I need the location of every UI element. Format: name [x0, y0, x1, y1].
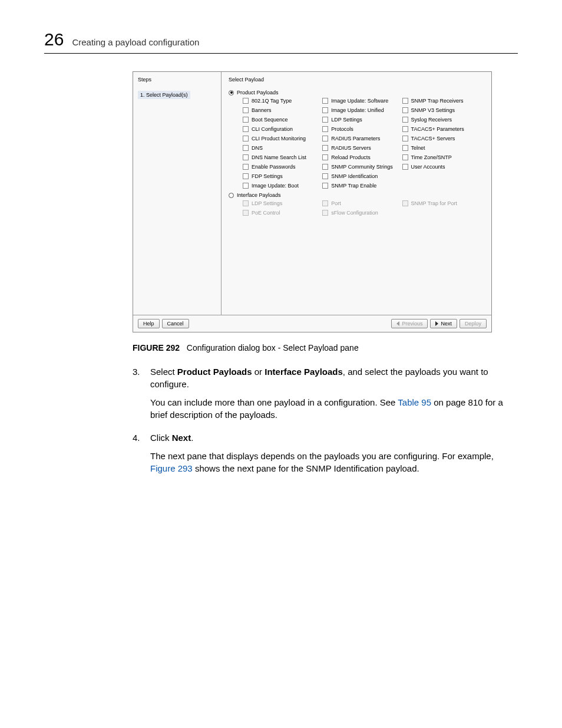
payload-checkbox[interactable]: Telnet [402, 145, 482, 151]
deploy-button[interactable]: Deploy [459, 319, 487, 328]
step-number: 3. [133, 365, 141, 390]
step-4-note: The next pane that displays depends on t… [150, 450, 518, 475]
payload-checkbox: Port [322, 200, 402, 206]
checkbox-label: LDP Settings [331, 117, 362, 123]
payload-checkbox[interactable]: DNS Name Search List [243, 154, 322, 160]
step-text: Click Next. [150, 431, 193, 444]
product-payloads-radio[interactable]: Product Payloads [229, 90, 484, 95]
payload-checkbox[interactable]: FDP Settings [243, 173, 322, 179]
checkbox-label: Reload Products [331, 154, 371, 160]
payload-checkbox[interactable]: LDP Settings [322, 117, 402, 123]
checkbox-label: Image Update: Software [331, 98, 388, 104]
checkbox-icon [322, 136, 328, 141]
payload-checkbox[interactable]: RADIUS Servers [322, 145, 402, 151]
checkbox-icon [322, 200, 328, 206]
payload-checkbox[interactable]: CLI Configuration [243, 126, 322, 132]
checkbox-icon [322, 145, 328, 151]
payload-checkbox[interactable]: Time Zone/SNTP [402, 154, 482, 160]
steps-pane: Steps 1. Select Payload(s) [133, 72, 222, 315]
table-95-link[interactable]: Table 95 [398, 397, 431, 407]
checkbox-icon [243, 98, 249, 104]
checkbox-label: TACACS+ Parameters [411, 126, 464, 132]
payload-checkbox[interactable]: Image Update: Software [322, 98, 402, 104]
cancel-button[interactable]: Cancel [162, 319, 189, 328]
payload-checkbox[interactable]: Image Update: Boot [243, 183, 322, 189]
interface-payloads-list: LDP SettingsPoE Control PortsFlow Config… [229, 200, 484, 216]
checkbox-label: Image Update: Unified [331, 107, 384, 113]
checkbox-label: Port [331, 200, 341, 206]
configuration-dialog: Steps 1. Select Payload(s) Select Payloa… [133, 71, 492, 332]
body-text: 3. Select Product Payloads or Interface … [133, 365, 518, 475]
checkbox-icon [243, 145, 249, 151]
checkbox-label: SNMP Community Strings [331, 164, 392, 170]
payload-checkbox[interactable]: SNMP V3 Settings [402, 107, 482, 113]
payload-checkbox[interactable]: SNMP Trap Enable [322, 183, 402, 189]
interface-payloads-radio[interactable]: Interface Payloads [229, 192, 484, 198]
checkbox-icon [243, 173, 249, 179]
checkbox-label: SNMP Identification [331, 173, 378, 179]
payload-checkbox[interactable]: CLI Product Monitoring [243, 136, 322, 141]
checkbox-label: RADIUS Parameters [331, 136, 380, 141]
payload-checkbox: SNMP Trap for Port [402, 200, 482, 206]
checkbox-label: Protocols [331, 126, 353, 132]
step-number: 4. [133, 431, 141, 444]
page-title: Creating a payload configuration [72, 37, 199, 47]
page-number: 26 [44, 29, 64, 50]
checkbox-icon [322, 117, 328, 123]
checkbox-icon [243, 136, 249, 141]
checkbox-icon [243, 126, 249, 132]
step-text: Select Product Payloads or Interface Pay… [150, 365, 518, 390]
arrow-right-icon [435, 321, 438, 326]
checkbox-label: SNMP Trap Enable [331, 183, 376, 189]
product-payloads-list: 802.1Q Tag TypeBannersBoot SequenceCLI C… [229, 98, 484, 189]
checkbox-label: CLI Product Monitoring [252, 136, 306, 141]
previous-button[interactable]: Previous [391, 319, 428, 328]
checkbox-label: User Accounts [411, 164, 445, 170]
pane-title: Select Payload [229, 77, 484, 83]
payload-checkbox[interactable]: Boot Sequence [243, 117, 322, 123]
payload-checkbox[interactable]: Protocols [322, 126, 402, 132]
figure-293-link[interactable]: Figure 293 [150, 463, 193, 473]
payload-checkbox[interactable]: User Accounts [402, 164, 482, 170]
step-item-1[interactable]: 1. Select Payload(s) [138, 91, 190, 99]
checkbox-icon [322, 154, 328, 160]
radio-icon [229, 90, 234, 95]
payload-checkbox[interactable]: TACACS+ Servers [402, 136, 482, 141]
payload-checkbox[interactable]: Syslog Receivers [402, 117, 482, 123]
checkbox-label: SNMP V3 Settings [411, 107, 455, 113]
checkbox-label: SNMP Trap Receivers [411, 98, 464, 104]
payload-checkbox[interactable]: RADIUS Parameters [322, 136, 402, 141]
payload-checkbox[interactable]: SNMP Identification [322, 173, 402, 179]
payload-checkbox[interactable]: DNS [243, 145, 322, 151]
checkbox-label: PoE Control [252, 210, 280, 216]
checkbox-icon [402, 154, 408, 160]
checkbox-icon [243, 107, 249, 113]
step-4: 4. Click Next. [133, 431, 518, 444]
payload-checkbox[interactable]: Reload Products [322, 154, 402, 160]
help-button[interactable]: Help [138, 319, 160, 328]
next-button[interactable]: Next [430, 319, 457, 328]
checkbox-label: Banners [252, 107, 272, 113]
payload-checkbox[interactable]: SNMP Community Strings [322, 164, 402, 170]
payload-checkbox[interactable]: Image Update: Unified [322, 107, 402, 113]
checkbox-icon [402, 145, 408, 151]
checkbox-label: CLI Configuration [252, 126, 293, 132]
payload-checkbox: PoE Control [243, 210, 322, 216]
checkbox-label: Telnet [411, 145, 425, 151]
checkbox-label: SNMP Trap for Port [411, 200, 457, 206]
dialog-screenshot: Steps 1. Select Payload(s) Select Payloa… [133, 71, 492, 332]
checkbox-icon [322, 107, 328, 113]
checkbox-icon [322, 183, 328, 189]
checkbox-icon [402, 126, 408, 132]
checkbox-icon [243, 117, 249, 123]
checkbox-label: Enable Passwords [252, 164, 296, 170]
payload-checkbox[interactable]: Banners [243, 107, 322, 113]
document-page: 26 Creating a payload configuration Step… [0, 0, 562, 475]
payload-checkbox[interactable]: 802.1Q Tag Type [243, 98, 322, 104]
checkbox-icon [322, 210, 328, 216]
payload-checkbox[interactable]: SNMP Trap Receivers [402, 98, 482, 104]
payload-checkbox[interactable]: Enable Passwords [243, 164, 322, 170]
select-payload-pane: Select Payload Product Payloads 802.1Q T… [222, 72, 491, 315]
payload-checkbox[interactable]: TACACS+ Parameters [402, 126, 482, 132]
checkbox-label: RADIUS Servers [331, 145, 371, 151]
